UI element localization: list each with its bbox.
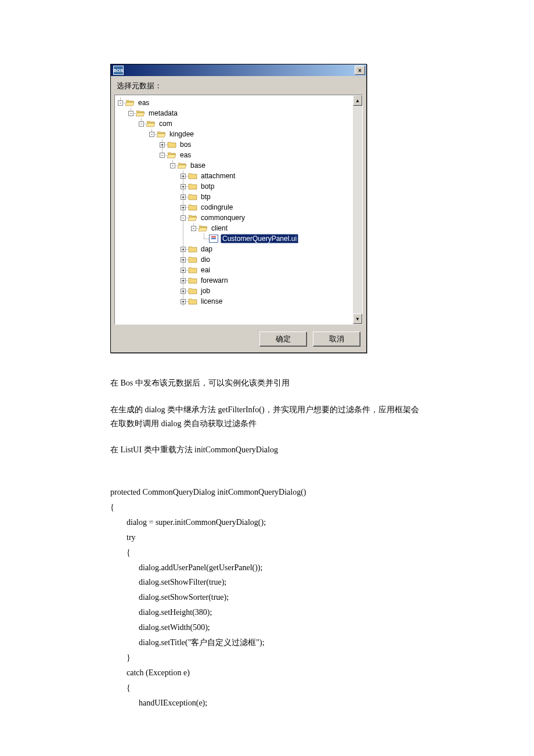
expander-icon[interactable]: - — [191, 226, 196, 231]
code-line: { — [110, 503, 114, 512]
folder-closed-icon — [188, 287, 197, 295]
code-line: catch (Exception e) — [110, 668, 190, 677]
expander-icon[interactable]: - — [170, 163, 175, 168]
ui-file-icon — [209, 235, 218, 243]
expander-icon[interactable]: - — [160, 153, 165, 158]
expander-icon[interactable]: + — [181, 278, 186, 283]
code-line: { — [110, 683, 131, 692]
tree-node-com[interactable]: com — [158, 120, 174, 128]
code-line: { — [110, 548, 131, 557]
code-line: } — [110, 653, 131, 662]
scroll-up-icon[interactable]: ▲ — [353, 95, 362, 106]
tree-node-dap[interactable]: dap — [200, 245, 214, 253]
expander-icon[interactable]: + — [181, 257, 186, 262]
expander-icon[interactable]: - — [181, 215, 186, 221]
expander-icon[interactable]: + — [181, 299, 186, 304]
expander-icon[interactable]: - — [149, 132, 154, 137]
folder-closed-icon — [188, 266, 197, 274]
tree-node-forewarn[interactable]: forewarn — [200, 276, 229, 285]
tree-node-selected-file[interactable]: CustomerQueryPanel.ui — [221, 234, 298, 243]
tree-node-license[interactable]: license — [200, 297, 223, 305]
code-line: dialog.setTitle("客户自定义过滤框"); — [110, 638, 265, 647]
expander-icon[interactable]: + — [181, 205, 186, 210]
close-icon[interactable]: × — [355, 66, 365, 75]
tree-node-eai[interactable]: eai — [200, 266, 211, 274]
scroll-track[interactable] — [353, 106, 362, 314]
expander-icon[interactable]: - — [128, 111, 134, 116]
code-block: protected CommonQueryDialog initCommonQu… — [110, 470, 424, 725]
code-line: dialog.setShowFilter(true); — [110, 578, 226, 586]
code-line: protected CommonQueryDialog initCommonQu… — [110, 488, 306, 496]
expander-icon[interactable]: + — [181, 174, 186, 179]
paragraph-2: 在生成的 dialog 类中继承方法 getFilterInfo()，并实现用户… — [110, 403, 424, 431]
tree-node-kingdee[interactable]: kingdee — [168, 130, 195, 138]
expander-icon[interactable]: - — [118, 100, 123, 106]
folder-closed-icon — [188, 255, 197, 264]
tree-node-codingrule[interactable]: codingrule — [200, 203, 234, 211]
tree-node-botp[interactable]: botp — [200, 182, 215, 190]
folder-closed-icon — [188, 193, 197, 201]
tree-node-commonquery[interactable]: commonquery — [200, 214, 246, 222]
code-line: dialog.addUserPanel(getUserPanel()); — [110, 563, 262, 572]
ok-button[interactable]: 确定 — [259, 332, 307, 347]
expander-icon[interactable]: + — [181, 289, 186, 294]
tree-node-client[interactable]: client — [210, 224, 229, 232]
tree-node-attachment[interactable]: attachment — [200, 172, 236, 180]
tree-view[interactable]: - eas - metadata — [115, 95, 352, 324]
expander-icon[interactable]: + — [181, 184, 186, 189]
dialog-prompt: 选择元数据： — [111, 76, 366, 95]
tree-node-dio[interactable]: dio — [200, 255, 211, 264]
code-line: try — [110, 533, 136, 542]
folder-open-icon — [125, 99, 135, 107]
vertical-scrollbar[interactable]: ▲ ▼ — [352, 95, 362, 324]
folder-open-icon — [188, 214, 197, 222]
paragraph-1: 在 Bos 中发布该元数据后，可以实例化该类并引用 — [110, 376, 424, 390]
folder-closed-icon — [188, 172, 197, 180]
tree-node-eas2[interactable]: eas — [179, 151, 192, 159]
folder-open-icon — [178, 161, 187, 170]
folder-closed-icon — [188, 245, 197, 253]
folder-open-icon — [157, 130, 166, 138]
tree-node-base[interactable]: base — [189, 161, 207, 170]
scroll-down-icon[interactable]: ▼ — [353, 314, 362, 324]
folder-closed-icon — [167, 141, 176, 149]
folder-open-icon — [146, 120, 156, 128]
code-line: dialog.setHeight(380); — [110, 608, 212, 617]
folder-closed-icon — [188, 297, 197, 305]
code-line: handUIException(e); — [110, 699, 207, 707]
paragraph-3: 在 ListUI 类中重载方法 initCommonQueryDialog — [110, 443, 424, 457]
expander-icon[interactable]: - — [139, 121, 144, 127]
tree-node-job[interactable]: job — [200, 287, 211, 295]
expander-icon[interactable]: + — [181, 247, 186, 252]
expander-icon[interactable]: + — [181, 195, 186, 200]
folder-open-icon — [167, 151, 176, 159]
folder-open-icon — [136, 109, 145, 117]
code-line: dialog.setShowSorter(true); — [110, 593, 229, 602]
code-line: dialog.setWidth(500); — [110, 623, 210, 632]
title-bar[interactable]: BOS × — [111, 64, 366, 76]
tree-node-eas[interactable]: eas — [137, 99, 150, 107]
tree-node-btp[interactable]: btp — [200, 193, 212, 201]
tree-node-bos[interactable]: bos — [179, 141, 192, 149]
app-icon: BOS — [113, 66, 124, 75]
tree-node-metadata[interactable]: metadata — [147, 109, 179, 117]
folder-open-icon — [199, 224, 208, 232]
expander-icon[interactable]: + — [181, 268, 186, 273]
metadata-dialog: BOS × 选择元数据： - eas — [110, 64, 367, 353]
folder-closed-icon — [188, 203, 197, 211]
expander-icon[interactable]: + — [160, 142, 165, 147]
code-line: dialog = super.initCommonQueryDialog(); — [110, 518, 266, 527]
cancel-button[interactable]: 取消 — [313, 332, 360, 347]
folder-closed-icon — [188, 182, 197, 190]
folder-closed-icon — [188, 276, 197, 285]
